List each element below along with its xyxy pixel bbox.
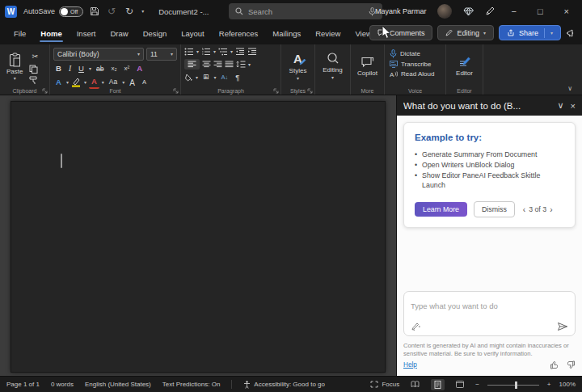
- read-mode-icon[interactable]: [407, 379, 423, 390]
- change-case-caret-icon[interactable]: ▾: [122, 80, 124, 85]
- text-effects-caret-icon[interactable]: ▾: [66, 80, 69, 85]
- user-avatar[interactable]: [437, 4, 452, 19]
- font-color-caret-icon[interactable]: ▾: [102, 80, 104, 85]
- tab-references[interactable]: References: [212, 24, 266, 44]
- change-case-icon[interactable]: Aa: [107, 77, 120, 87]
- list-item[interactable]: • Open Writers UnBlock Dialog: [415, 160, 564, 171]
- redo-icon[interactable]: ↻: [124, 6, 135, 16]
- pane-close-icon[interactable]: ×: [571, 101, 576, 111]
- underline-icon[interactable]: U: [76, 63, 86, 74]
- language-indicator[interactable]: English (United States): [85, 381, 151, 388]
- transcribe-button[interactable]: Transcribe: [388, 61, 442, 68]
- cut-icon[interactable]: ✂: [29, 51, 40, 62]
- dismiss-button[interactable]: Dismiss: [474, 201, 515, 217]
- clipboard-launcher-icon[interactable]: [42, 88, 48, 94]
- learn-more-button[interactable]: Learn More: [415, 202, 467, 217]
- grow-font-icon[interactable]: A: [127, 77, 137, 89]
- superscript-icon[interactable]: x²: [122, 64, 133, 74]
- numbered-list-caret-icon[interactable]: ▾: [213, 49, 216, 54]
- line-spacing-icon[interactable]: [236, 61, 246, 68]
- font-launcher-icon[interactable]: [173, 88, 179, 94]
- format-painter-icon[interactable]: [29, 76, 40, 85]
- page-indicator[interactable]: Page 1 of 1: [6, 381, 40, 388]
- font-color-icon[interactable]: A: [89, 76, 99, 88]
- multilevel-list-caret-icon[interactable]: ▾: [230, 49, 233, 54]
- editing-mode-button[interactable]: Editing ▾: [437, 25, 494, 40]
- text-effects-typography-icon[interactable]: A: [53, 77, 64, 88]
- undo-icon[interactable]: ↺: [106, 6, 117, 16]
- zoom-slider[interactable]: [487, 381, 539, 389]
- align-right-icon[interactable]: [213, 61, 222, 68]
- autosave-switch[interactable]: Off: [59, 6, 83, 17]
- zoom-in-button[interactable]: +: [547, 381, 551, 388]
- tab-design[interactable]: Design: [136, 24, 175, 44]
- shading-icon[interactable]: [184, 74, 193, 82]
- borders-icon[interactable]: ⊞: [200, 72, 212, 83]
- sort-icon[interactable]: A↓: [219, 73, 231, 82]
- borders-caret-icon[interactable]: ▾: [214, 75, 217, 80]
- styles-button[interactable]: A Styles ▾: [285, 48, 311, 84]
- highlight-color-icon[interactable]: [71, 78, 82, 87]
- align-center-icon[interactable]: [202, 61, 211, 68]
- editor-button[interactable]: Editor: [449, 48, 479, 84]
- shrink-font-icon[interactable]: A: [140, 78, 149, 87]
- thumbs-up-icon[interactable]: [550, 360, 559, 369]
- tab-file[interactable]: File: [6, 24, 33, 44]
- text-effects-icon[interactable]: A: [134, 63, 145, 74]
- highlight-caret-icon[interactable]: ▾: [84, 80, 86, 85]
- tab-draw[interactable]: Draw: [103, 24, 135, 44]
- tab-insert[interactable]: Insert: [70, 24, 103, 44]
- align-left-icon[interactable]: [184, 59, 200, 70]
- gem-icon[interactable]: [463, 7, 474, 16]
- pen-icon[interactable]: [485, 6, 495, 16]
- tab-home[interactable]: Home: [33, 24, 69, 44]
- italic-icon[interactable]: I: [66, 63, 74, 74]
- copy-icon[interactable]: [29, 65, 40, 74]
- numbered-list-icon[interactable]: [201, 48, 211, 56]
- comments-button[interactable]: Comments: [369, 25, 433, 40]
- collapse-ribbon-icon[interactable]: ∨: [567, 85, 572, 92]
- styles-launcher-icon[interactable]: [307, 88, 313, 94]
- underline-caret-icon[interactable]: ▾: [89, 66, 91, 71]
- ask-input[interactable]: [411, 301, 568, 310]
- show-formatting-icon[interactable]: ¶: [233, 72, 242, 83]
- ask-input-box[interactable]: [403, 291, 576, 336]
- line-spacing-caret-icon[interactable]: ▾: [248, 62, 251, 67]
- pane-chevron-down-icon[interactable]: ∨: [558, 100, 564, 111]
- zoom-level[interactable]: 100%: [559, 381, 576, 388]
- read-aloud-button[interactable]: A Read Aloud: [388, 70, 442, 78]
- font-size-combo[interactable]: 11 ▾: [146, 48, 177, 61]
- justify-icon[interactable]: [225, 61, 234, 68]
- list-item[interactable]: • Generate Summary From Document: [415, 150, 564, 160]
- subscript-icon[interactable]: x₂: [108, 64, 119, 74]
- search-bar[interactable]: [229, 3, 382, 19]
- tab-mailings[interactable]: Mailings: [265, 24, 308, 44]
- print-layout-icon[interactable]: [431, 379, 445, 390]
- editing-button[interactable]: Editing ▾: [318, 48, 347, 84]
- thumbs-down-icon[interactable]: [566, 360, 576, 369]
- word-count[interactable]: 0 words: [51, 381, 74, 388]
- zoom-out-button[interactable]: −: [475, 381, 479, 388]
- web-layout-icon[interactable]: [453, 379, 467, 390]
- quick-access-caret-icon[interactable]: ▾: [141, 9, 144, 14]
- megaphone-icon[interactable]: [566, 28, 576, 38]
- document-page[interactable]: [11, 101, 386, 373]
- maximize-button[interactable]: □: [533, 6, 548, 16]
- text-predictions[interactable]: Text Predictions: On: [162, 381, 221, 388]
- minimize-button[interactable]: −: [506, 6, 521, 16]
- focus-button[interactable]: Focus: [370, 381, 399, 388]
- paste-button[interactable]: Paste ▾: [3, 48, 26, 85]
- increase-indent-icon[interactable]: [247, 48, 257, 56]
- bulleted-list-caret-icon[interactable]: ▾: [196, 49, 199, 54]
- decrease-indent-icon[interactable]: [235, 48, 245, 56]
- pagination-next-icon[interactable]: ›: [550, 205, 552, 214]
- zoom-thumb[interactable]: [515, 381, 517, 389]
- bold-icon[interactable]: B: [53, 63, 64, 74]
- help-link[interactable]: Help: [403, 361, 417, 369]
- autosave-toggle[interactable]: AutoSave Off: [23, 6, 83, 17]
- tab-layout[interactable]: Layout: [174, 24, 212, 44]
- tab-review[interactable]: Review: [308, 24, 348, 44]
- close-button[interactable]: ×: [559, 6, 574, 16]
- share-button[interactable]: Share ▾: [499, 25, 561, 40]
- multilevel-list-icon[interactable]: [218, 48, 228, 56]
